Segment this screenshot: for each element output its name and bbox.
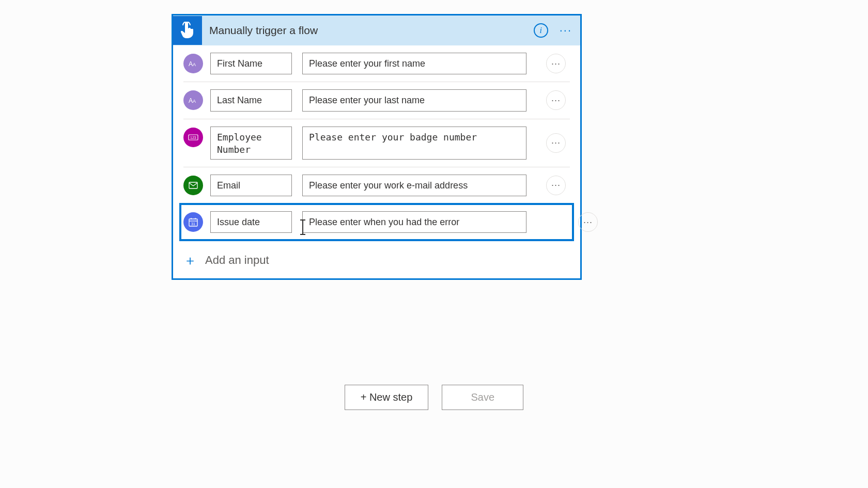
manual-trigger-icon	[173, 16, 202, 45]
input-description-field[interactable]	[302, 127, 526, 160]
number-type-icon: 123	[183, 128, 203, 147]
bottom-actions: + New step Save	[0, 385, 868, 410]
svg-text:A: A	[193, 62, 196, 67]
svg-text:A: A	[189, 60, 193, 67]
row-more-icon[interactable]: ···	[546, 133, 566, 153]
input-description-field[interactable]	[302, 211, 526, 233]
row-more-icon[interactable]: ···	[546, 176, 566, 195]
trigger-title: Manually trigger a flow	[202, 24, 318, 37]
input-name-field[interactable]	[210, 89, 292, 111]
inputs-list: AA ··· AA ··· 123 ···	[173, 45, 580, 242]
input-row: 123 ···	[183, 119, 570, 167]
svg-text:123: 123	[190, 136, 196, 139]
input-name-field[interactable]	[210, 211, 292, 233]
input-description-field[interactable]	[302, 53, 526, 74]
row-more-icon[interactable]: ···	[546, 90, 566, 110]
new-step-button[interactable]: + New step	[345, 385, 429, 410]
svg-text:A: A	[193, 99, 196, 104]
trigger-header[interactable]: Manually trigger a flow i ···	[173, 15, 580, 45]
input-row: AA ···	[183, 82, 570, 119]
input-name-field[interactable]	[210, 53, 292, 74]
input-name-field[interactable]	[210, 127, 292, 160]
save-button[interactable]: Save	[442, 385, 523, 410]
add-input-label: Add an input	[205, 254, 269, 267]
email-type-icon	[183, 176, 203, 195]
svg-rect-6	[189, 182, 197, 188]
input-name-field[interactable]	[210, 175, 292, 196]
plus-icon: ＋	[183, 254, 197, 267]
input-description-field[interactable]	[302, 89, 526, 111]
trigger-card: Manually trigger a flow i ··· AA ··· AA …	[172, 14, 582, 280]
row-more-icon[interactable]: ···	[578, 212, 598, 232]
text-type-icon: AA	[183, 54, 203, 73]
input-description-field[interactable]	[302, 175, 526, 196]
svg-text:A: A	[189, 97, 193, 104]
row-more-icon[interactable]: ···	[546, 54, 566, 73]
text-cursor-icon	[302, 221, 303, 234]
info-icon[interactable]: i	[534, 23, 548, 38]
input-row: AA ···	[183, 45, 570, 82]
date-type-icon: 31	[183, 212, 203, 232]
input-row-selected: 31 ···	[180, 204, 573, 240]
svg-text:31: 31	[191, 222, 195, 226]
text-type-icon: AA	[183, 90, 203, 110]
input-row: ···	[183, 167, 570, 204]
add-input-button[interactable]: ＋ Add an input	[173, 242, 580, 278]
header-more-icon[interactable]: ···	[560, 25, 574, 36]
